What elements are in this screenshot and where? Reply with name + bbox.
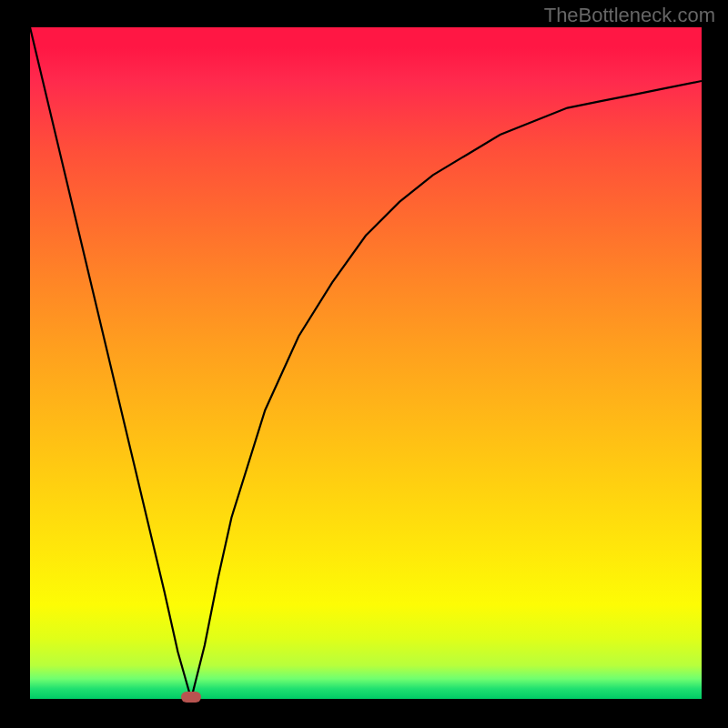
gradient-background bbox=[30, 27, 702, 699]
optimal-marker bbox=[181, 692, 201, 703]
chart-container bbox=[30, 27, 702, 699]
attribution-text: TheBottleneck.com bbox=[544, 4, 715, 27]
